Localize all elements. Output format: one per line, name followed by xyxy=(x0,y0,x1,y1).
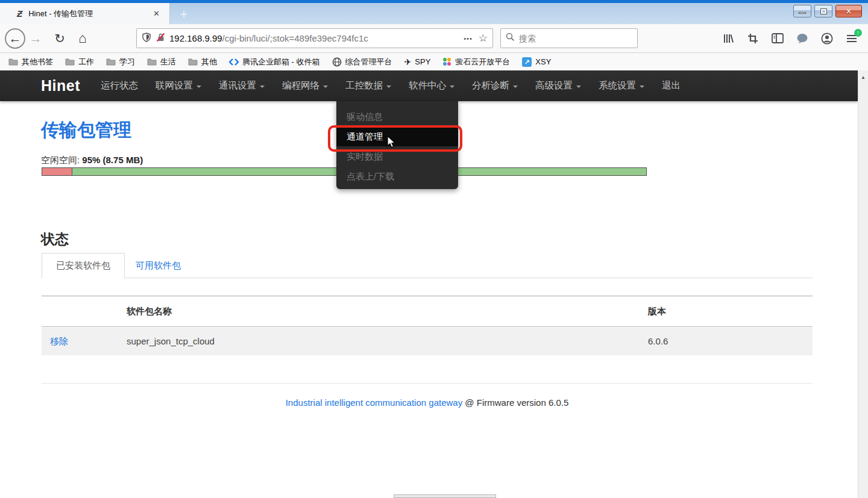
nav-item-system-settings[interactable]: 系统设置 xyxy=(599,79,644,92)
url-path: /cgi-bin/luci/;stok=489fe39ec794fc1c xyxy=(222,33,368,43)
folder-icon xyxy=(106,58,116,66)
nav-item-logout[interactable]: 退出 xyxy=(662,79,681,92)
bookmark-folder-study[interactable]: 学习 xyxy=(106,57,135,67)
url-host: 192.168.9.99 xyxy=(169,33,222,43)
column-header-package-name: 软件包名称 xyxy=(127,306,172,317)
page-title: 传输包管理 xyxy=(41,118,131,143)
page-actions-icon[interactable]: ••• xyxy=(464,35,473,42)
url-bar[interactable]: 192.168.9.99/cgi-bin/luci/;stok=489fe39e… xyxy=(136,28,493,48)
search-input[interactable] xyxy=(519,34,632,43)
remove-link[interactable]: 移除 xyxy=(50,336,68,347)
bookmark-xsy[interactable]: ↗ XSY xyxy=(522,57,551,67)
sidebar-toggle-icon[interactable] xyxy=(770,31,785,46)
chevron-down-icon xyxy=(450,86,454,88)
free-space-value: 95% (8.75 MB) xyxy=(82,155,143,165)
menu-item-point-table-updown[interactable]: 点表上/下载 xyxy=(336,166,458,186)
table-header-row: 软件包名称 版本 xyxy=(42,296,813,327)
footer-gateway-link[interactable]: Industrial intelligent communication gat… xyxy=(286,397,463,408)
tab-available-packages[interactable]: 可用软件包 xyxy=(136,253,181,278)
table-row: 移除 super_json_tcp_cloud 6.0.6 xyxy=(42,328,813,355)
nav-item-comm-settings[interactable]: 通讯设置 xyxy=(219,79,265,92)
column-header-version: 版本 xyxy=(648,306,666,317)
shield-icon[interactable] xyxy=(142,33,151,45)
restore-icon xyxy=(821,9,826,14)
page-viewport: Hinet 运行状态 联网设置 通讯设置 编程网络 工控数据 软件中心 分析诊断… xyxy=(0,70,868,498)
free-space-text: 空闲空间: 95% (8.75 MB) xyxy=(41,155,143,166)
footer-divider xyxy=(42,383,813,384)
chevron-down-icon xyxy=(386,86,391,88)
package-name-cell: super_json_tcp_cloud xyxy=(127,336,215,346)
reload-button[interactable]: ↻ xyxy=(49,28,70,49)
scrollbar-up-arrow[interactable]: ▲ xyxy=(858,70,868,80)
bookmark-folder-work[interactable]: 工作 xyxy=(65,57,94,67)
status-heading: 状态 xyxy=(41,230,69,249)
nav-item-software-center[interactable]: 软件中心 xyxy=(409,79,454,92)
bookmark-mgmt-platform[interactable]: 综合管理平台 xyxy=(332,57,392,67)
browser-tab[interactable]: Ƶ Hinet - 传输包管理 ✕ xyxy=(0,3,170,24)
nav-item-industrial-data[interactable]: 工控数据 xyxy=(345,79,391,92)
browser-window: Ƶ Hinet - 传输包管理 ✕ + ✕ ← → ↻ ⌂ 192.168.9.… xyxy=(0,0,868,498)
vertical-scrollbar[interactable]: ▲ xyxy=(858,70,868,498)
url-fade xyxy=(438,33,460,43)
account-icon[interactable] xyxy=(819,31,835,46)
nav-item-run-status[interactable]: 运行状态 xyxy=(101,79,138,92)
bookmark-tencent-mail[interactable]: 腾讯企业邮箱 - 收件箱 xyxy=(229,57,320,67)
restore-button[interactable] xyxy=(814,5,832,17)
chevron-down-icon xyxy=(513,86,518,88)
bookmark-ys-cloud[interactable]: 萤石云开放平台 xyxy=(442,57,510,67)
chevron-down-icon xyxy=(640,86,644,88)
window-controls: ✕ xyxy=(793,5,862,17)
home-button[interactable]: ⌂ xyxy=(72,28,93,49)
forward-button[interactable]: → xyxy=(25,28,46,49)
bookmark-star-icon[interactable]: ☆ xyxy=(479,32,488,45)
nav-item-programming-network[interactable]: 编程网络 xyxy=(282,79,328,92)
ys-cloud-icon xyxy=(442,57,451,66)
folder-icon xyxy=(65,58,75,66)
chat-bubble-icon[interactable] xyxy=(794,31,810,46)
globe-icon xyxy=(332,57,342,67)
close-button[interactable]: ✕ xyxy=(835,5,862,17)
toolbar-right-icons: ↑ xyxy=(720,31,868,46)
bookmark-folder-other-bookmarks[interactable]: 其他书签 xyxy=(8,57,53,67)
update-badge-icon: ↑ xyxy=(854,29,862,37)
nav-item-network-settings[interactable]: 联网设置 xyxy=(156,79,201,92)
bookmarks-bar: 其他书签 工作 学习 生活 其他 腾讯企业邮箱 - 收件箱 综合管理平台 ✈ S… xyxy=(0,53,868,70)
site-brand[interactable]: Hinet xyxy=(41,77,80,95)
spy-plane-icon: ✈ xyxy=(404,57,412,67)
site-footer: Industrial intelligent communication gat… xyxy=(42,397,813,408)
progress-used xyxy=(42,168,72,175)
search-icon xyxy=(506,33,515,44)
tab-installed-packages[interactable]: 已安装软件包 xyxy=(42,253,125,278)
site-nav-items: 运行状态 联网设置 通讯设置 编程网络 工控数据 软件中心 分析诊断 高级设置 … xyxy=(101,79,681,92)
chevron-down-icon xyxy=(197,86,201,88)
tab-close-icon[interactable]: ✕ xyxy=(149,8,163,19)
nav-item-analysis-diagnosis[interactable]: 分析诊断 xyxy=(472,79,518,92)
folder-icon xyxy=(8,58,18,66)
library-icon[interactable] xyxy=(720,31,736,46)
bookmark-spy[interactable]: ✈ SPY xyxy=(404,57,431,67)
chevron-down-icon xyxy=(260,86,265,88)
url-text[interactable]: 192.168.9.99/cgi-bin/luci/;stok=489fe39e… xyxy=(169,33,460,43)
horizontal-scrollbar-thumb[interactable] xyxy=(394,494,496,498)
page-content: Hinet 运行状态 联网设置 通讯设置 编程网络 工控数据 软件中心 分析诊断… xyxy=(0,70,858,498)
bookmark-folder-life[interactable]: 生活 xyxy=(147,57,176,67)
menu-item-realtime-data[interactable]: 实时数据 xyxy=(336,146,458,166)
bookmark-folder-misc[interactable]: 其他 xyxy=(188,57,217,67)
nav-item-advanced-settings[interactable]: 高级设置 xyxy=(535,79,581,92)
menu-hamburger-icon[interactable]: ↑ xyxy=(844,31,860,46)
insecure-lock-icon[interactable] xyxy=(156,33,166,45)
titlebar: Ƶ Hinet - 传输包管理 ✕ + ✕ xyxy=(0,0,868,24)
xsy-icon: ↗ xyxy=(522,57,532,67)
mouse-cursor-icon xyxy=(386,135,398,149)
folder-icon xyxy=(188,58,198,66)
tab-title: Hinet - 传输包管理 xyxy=(28,8,149,19)
new-tab-button[interactable]: + xyxy=(174,5,194,24)
menu-item-driver-info[interactable]: 驱动信息 xyxy=(336,107,458,126)
footer-firmware-text: @ Firmware version 6.0.5 xyxy=(462,397,568,408)
screenshot-crop-icon[interactable] xyxy=(745,31,761,46)
minimize-button[interactable] xyxy=(793,5,811,17)
back-button[interactable]: ← xyxy=(5,28,25,49)
chevron-down-icon xyxy=(323,86,328,88)
browser-toolbar: ← → ↻ ⌂ 192.168.9.99/cgi-bin/luci/;stok=… xyxy=(0,24,868,53)
search-box[interactable] xyxy=(500,28,638,48)
